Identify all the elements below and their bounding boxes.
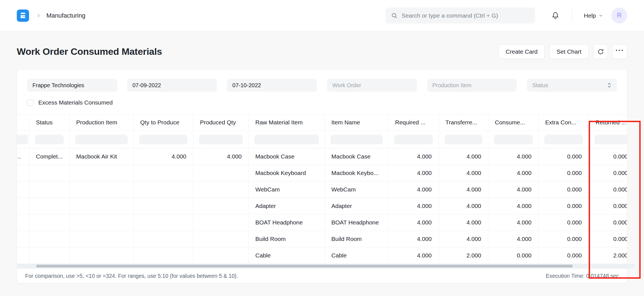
create-card-button[interactable]: Create Card: [498, 44, 545, 59]
table-cell: 0.000: [589, 181, 627, 198]
production-item-filter[interactable]: Production Item: [427, 79, 517, 92]
table-cell: [193, 198, 248, 214]
column-header[interactable]: Consume...: [488, 114, 538, 131]
table-cell: 0.000: [589, 214, 627, 231]
table-cell: BOAT Headphone: [248, 214, 325, 231]
excess-materials-checkbox[interactable]: [27, 100, 34, 106]
status-placeholder: Status: [532, 82, 548, 89]
column-filter-input[interactable]: [75, 135, 128, 144]
filter-cell: [193, 131, 248, 148]
navbar-divider: [572, 9, 572, 22]
to-date-filter[interactable]: 07-10-2022: [227, 79, 317, 92]
ellipsis-icon: ···: [615, 47, 624, 56]
table-cell: 0.000: [538, 148, 589, 165]
search-input[interactable]: Search or type a command (Ctrl + G): [385, 8, 535, 23]
comparison-hint: For comparison, use >5, <10 or =324. For…: [25, 273, 238, 279]
column-filter-input[interactable]: [444, 135, 482, 144]
column-header[interactable]: Returned ...: [589, 114, 627, 131]
column-filter-input[interactable]: [544, 135, 583, 144]
table-cell: [17, 231, 29, 247]
table-cell: 0.000: [538, 247, 589, 264]
column-filter-input[interactable]: [35, 135, 64, 144]
table-cell: 4.000: [388, 148, 439, 165]
table-cell: 4.000: [488, 165, 538, 181]
table-cell: 0.000: [589, 198, 627, 214]
navbar: Manufacturing Search or type a command (…: [0, 0, 644, 31]
table-cell: 0.000: [538, 165, 589, 181]
breadcrumb-chevron-icon: [36, 13, 41, 18]
table-row: WebCamWebCam4.0004.0004.0000.0000.000: [17, 181, 627, 198]
filter-cell: [325, 131, 388, 148]
help-menu[interactable]: Help: [584, 12, 603, 19]
table-cell: 4.000: [388, 231, 439, 247]
filter-cell: [538, 131, 589, 148]
column-header[interactable]: [17, 114, 29, 131]
table-cell: [69, 231, 133, 247]
refresh-button[interactable]: [593, 44, 608, 59]
table-cell: [133, 247, 193, 264]
work-order-filter[interactable]: Work Order: [327, 79, 417, 92]
column-header[interactable]: Status: [29, 114, 69, 131]
table-cell: WebCam: [325, 181, 388, 198]
table-cell: 4.000: [439, 181, 488, 198]
table-cell: Adapter: [248, 198, 325, 214]
erpnext-logo-icon[interactable]: [17, 10, 29, 22]
breadcrumb[interactable]: Manufacturing: [46, 12, 85, 19]
table-cell: [17, 214, 29, 231]
column-filter-input[interactable]: [394, 135, 433, 144]
table-cell: [193, 231, 248, 247]
set-chart-button[interactable]: Set Chart: [549, 44, 589, 59]
notifications-bell-icon[interactable]: [551, 11, 560, 20]
table-cell: [133, 231, 193, 247]
column-filter-input[interactable]: [595, 135, 627, 144]
column-filter-input[interactable]: [139, 135, 188, 144]
column-header[interactable]: Raw Material Item: [248, 114, 325, 131]
table-cell: 4.000: [388, 181, 439, 198]
column-filter-input[interactable]: [330, 135, 383, 144]
column-filter-input[interactable]: [254, 135, 319, 144]
table-cell: 0.000: [538, 198, 589, 214]
column-header[interactable]: Qty to Produce: [133, 114, 193, 131]
column-header[interactable]: Produced Qty: [193, 114, 248, 131]
search-icon: [391, 12, 398, 19]
from-date-filter[interactable]: 07-09-2022: [127, 79, 217, 92]
table-cell: [69, 198, 133, 214]
table-cell: [193, 214, 248, 231]
report-page: Work Order Consumed Materials Create Car…: [0, 44, 644, 283]
table-cell: [29, 198, 69, 214]
table-cell: 4.000: [488, 181, 538, 198]
filter-cell: [69, 131, 133, 148]
excess-materials-label: Excess Materials Consumed: [38, 99, 113, 106]
column-header[interactable]: Transferre...: [439, 114, 488, 131]
table-row: Macbook KeyboardMacbook Keybo...4.0004.0…: [17, 165, 627, 181]
filter-cell: [488, 131, 538, 148]
column-header[interactable]: Production Item: [69, 114, 133, 131]
table-cell: Build Room: [325, 231, 388, 247]
column-header[interactable]: Required ...: [388, 114, 439, 131]
more-menu-button[interactable]: ···: [612, 44, 627, 59]
column-header[interactable]: Item Name: [325, 114, 388, 131]
table-cell: 0.000: [538, 231, 589, 247]
column-filter-input[interactable]: [17, 135, 28, 144]
search-placeholder: Search or type a command (Ctrl + G): [402, 12, 498, 19]
table-cell: [29, 231, 69, 247]
avatar[interactable]: R: [611, 8, 627, 23]
status-filter-select[interactable]: Status: [527, 79, 617, 92]
table-cell: [69, 214, 133, 231]
column-header[interactable]: Extra Con...: [538, 114, 589, 131]
horizontal-scrollbar-thumb[interactable]: [36, 265, 573, 267]
table-cell: Macbook Air Kit: [69, 148, 133, 165]
column-filter-input[interactable]: [199, 135, 243, 144]
table-cell: [17, 247, 29, 264]
filter-cell: [589, 131, 627, 148]
help-label: Help: [584, 12, 596, 19]
column-filter-input[interactable]: [494, 135, 533, 144]
column-filter-row: [17, 131, 627, 148]
horizontal-scrollbar-track: [17, 264, 635, 268]
report-table: StatusProduction ItemQty to ProduceProdu…: [17, 114, 627, 264]
company-filter[interactable]: Frappe Technologies: [27, 79, 117, 92]
table-cell: Build Room: [248, 231, 325, 247]
table-cell: Macbook Case: [248, 148, 325, 165]
table-cell: Adapter: [325, 198, 388, 214]
table-cell: 4.000: [388, 247, 439, 264]
